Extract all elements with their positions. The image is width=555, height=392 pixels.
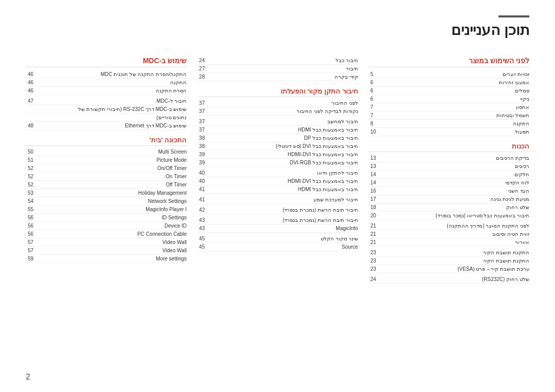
toc-row-num: 51 [26, 157, 37, 163]
toc-row: חיבור באמצעות כבל DVI (סוג דיגיטלי)38 [197, 142, 358, 151]
toc-row-num: 23 [368, 250, 380, 255]
toc-row: חלקים14 [368, 171, 529, 179]
toc-row-label: התקנת תושבת הקיר [380, 250, 529, 255]
section-right-2-rows: בדיקת הרכיבים13רכיבים13חלקים14לוח הקדמי1… [368, 154, 529, 220]
toc-row-label: חיבור באמצעות כבל HDMI [208, 186, 358, 192]
col-left: שימוש ב-MDC התקנה/הסרת התקנה של תוכנית M… [26, 57, 187, 371]
toc-row-num: 46 [26, 80, 37, 85]
toc-row-num: 52 [26, 182, 37, 188]
toc-row: לפני התקנת המוצר (מדריך ההתקנה)21 [368, 222, 529, 230]
toc-row: שלט רחוק (RS232C)24 [368, 275, 529, 284]
section-right-2-heading: הכנות [368, 142, 529, 152]
toc-row-label: חיבור באמצעות כבל HDMI [208, 127, 358, 133]
toc-row: חיבור למחשב37 [197, 118, 358, 126]
toc-row: Picture Mode51 [26, 156, 187, 164]
title-bar [498, 15, 529, 17]
section-right-1-heading: לפני השימוש במוצר [368, 57, 529, 67]
toc-row-num: 17 [368, 196, 380, 202]
toc-row-label: סמלים [380, 88, 529, 94]
toc-row-label: חיבור באמצעות כבל HDMI-DVI [208, 178, 358, 184]
toc-row-label: לוח הקדמי [380, 180, 529, 185]
toc-row: חיבור תיבת הרשת (נמכרת בנפרד)42 [197, 206, 358, 214]
toc-row: חיבור27 [197, 65, 358, 73]
toc-row-num: 37 [197, 100, 208, 106]
toc-row-num: 38 [197, 143, 208, 149]
toc-row-label: MagicInfo Player I [37, 207, 187, 212]
toc-row: חיבור להתקן וידאו40 [197, 169, 358, 177]
toc-row-label: On Timer [37, 174, 187, 179]
toc-row-num: 5 [368, 71, 380, 77]
toc-row-label: Video Wall [37, 239, 187, 245]
toc-row: On/Off Timer52 [26, 164, 187, 173]
toc-row-label: חלקים [380, 172, 529, 177]
toc-row-label: חיבור תיבת הרשת (נמכרת בנפרד) [208, 207, 358, 213]
toc-row-label: ID Settings [37, 215, 187, 220]
toc-row: PC Connection Cable56 [26, 230, 187, 238]
toc-row-num: 52 [26, 174, 37, 179]
toc-row-num: 6 [368, 96, 380, 102]
toc-row-label: שימוש ב-MDC דרך Ethernet [37, 123, 187, 128]
toc-row-label: חיבור כבל [208, 58, 358, 63]
toc-row-label: חיבור באמצעות כבל DP [208, 135, 358, 141]
toc-row-num: 6 [368, 88, 380, 94]
section-left-1-heading: שימוש ב-MDC [26, 57, 187, 67]
toc-row-num: 16 [368, 188, 380, 194]
toc-row-label: ניקוי [380, 96, 529, 102]
section-right-5-rows: שלט רחוק (RS232C)24 [368, 275, 529, 284]
toc-row-label: שלט רחוק [380, 204, 529, 210]
toc-row-num: 39 [197, 152, 208, 157]
section-left-3-heading: התכונה 'בית' [26, 136, 187, 146]
toc-row-label: חיבור באמצעות כבל DVI-RGB [208, 160, 358, 165]
toc-row-num: 28 [197, 74, 208, 80]
section-right-1-rows: זכויות יוצרים5אמצעי זהירות6סמלים6ניקוי6א… [368, 70, 529, 136]
toc-row-num: 37 [197, 127, 208, 133]
toc-row-label: PC Connection Cable [37, 231, 187, 237]
toc-row: בדיקת הרכיבים13 [368, 154, 529, 162]
toc-row-num: 57 [26, 239, 37, 245]
toc-row-num: 55 [26, 207, 37, 212]
toc-row-label: Source [208, 244, 358, 250]
toc-row: ID Settings56 [26, 214, 187, 222]
toc-row-label: התקנת תושבת הקיר [380, 258, 529, 264]
toc-row-label: חיבור באמצעות כבל DVI (סוג דיגיטלי) [208, 143, 358, 149]
section-left-3-rows: Multi Screen50Picture Mode51On/Off Timer… [26, 148, 187, 263]
toc-row: Off Timer52 [26, 181, 187, 189]
toc-row-num: 23 [368, 266, 380, 272]
toc-row-num: 48 [26, 123, 37, 128]
col-middle: חיבור כבל24חיבור27קודי בקרה28 חיבור התקן… [197, 57, 358, 371]
toc-row: שלט רחוק18 [368, 203, 529, 212]
toc-row-num: 43 [197, 226, 208, 231]
toc-row-label: More settings [37, 256, 187, 262]
toc-row-num: 21 [368, 239, 380, 245]
toc-row: לפני החיבור37 [197, 99, 358, 107]
toc-row-label: Picture Mode [37, 157, 187, 163]
columns-container: לפני השימוש במוצר זכויות יוצרים5אמצעי זה… [26, 57, 529, 371]
toc-row-label: לפני החיבור [208, 100, 358, 106]
toc-row-num: 39 [197, 160, 208, 165]
toc-row-num: 24 [368, 276, 380, 282]
toc-row: אחסון7 [368, 103, 529, 111]
toc-row-label: שלט רחוק (RS232C) [380, 276, 529, 282]
toc-row-label: Network Settings [37, 198, 187, 204]
toc-row-num: 47 [26, 98, 37, 104]
toc-row-num: 56 [26, 231, 37, 237]
toc-row: התקנה46 [26, 79, 187, 87]
toc-row-label: חיבור ל-MDC [37, 98, 187, 104]
section-middle-7-rows: חיבור תיבת הרשת (נמכרת בנפרד)43MagicInfo… [197, 216, 358, 233]
section-middle-4-rows: חיבור להתקן וידאו40חיבור באמצעות כבל HDM… [197, 169, 358, 194]
toc-row: הצד השני16 [368, 187, 529, 195]
toc-row: Video Wall57 [26, 238, 187, 247]
section-middle-1-rows: חיבור כבל24חיבור27קודי בקרה28 [197, 57, 358, 81]
toc-row-num: 42 [197, 207, 208, 213]
toc-row-label: התקנה [37, 80, 187, 85]
toc-row-num: 21 [368, 223, 380, 229]
toc-row-num: 43 [197, 217, 208, 223]
toc-row-label: תפעול [380, 129, 529, 135]
toc-row: Device ID56 [26, 222, 187, 230]
toc-row-label: זכויות יוצרים [380, 71, 529, 77]
toc-row-num: 56 [26, 223, 37, 229]
toc-row: חיבור באמצעות כבל HDMI37 [197, 126, 358, 134]
toc-row-label: Off Timer [37, 182, 187, 188]
toc-row: Network Settings54 [26, 197, 187, 206]
toc-row: הסרת התקנה46 [26, 87, 187, 95]
